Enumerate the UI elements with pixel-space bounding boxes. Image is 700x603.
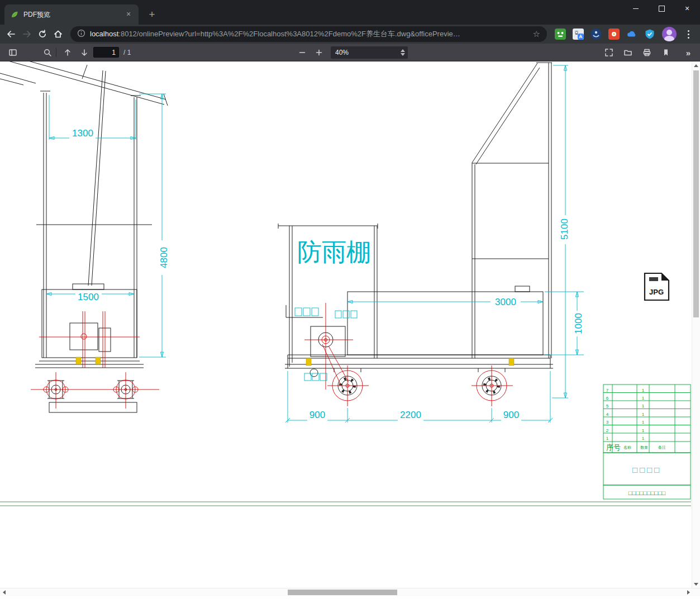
t-row-no: 3 xyxy=(606,420,609,425)
zoom-select[interactable]: 40% xyxy=(331,46,408,59)
jpg-label: JPG xyxy=(649,288,664,296)
print-icon xyxy=(642,48,651,57)
sheet-border-lines xyxy=(0,502,691,506)
page-total-label: / 1 xyxy=(123,44,131,61)
drawing-title-text: □□□□ xyxy=(632,465,661,474)
extension-icon-translate[interactable] xyxy=(573,29,584,40)
print-button[interactable] xyxy=(640,46,654,59)
zoom-in-icon xyxy=(315,48,323,57)
back-icon xyxy=(6,29,16,39)
previous-page-button[interactable] xyxy=(60,46,75,59)
window-minimize-button[interactable] xyxy=(623,0,649,17)
minimize-icon xyxy=(633,8,639,9)
tab-title: PDF预览 xyxy=(23,10,120,20)
t-row-no: 5 xyxy=(606,403,609,409)
zoom-in-button[interactable] xyxy=(312,46,326,59)
bookmark-icon xyxy=(661,48,670,57)
presentation-mode-button[interactable] xyxy=(602,46,616,59)
zoom-out-button[interactable] xyxy=(295,46,309,59)
extension-icon-navy-circle[interactable] xyxy=(591,29,602,40)
window-maximize-button[interactable] xyxy=(649,0,674,17)
dim-left-height: 4800 xyxy=(159,247,169,268)
zoom-out-icon xyxy=(298,48,307,57)
t-row-qty: 1 xyxy=(642,388,645,393)
extension-icon-cloud[interactable] xyxy=(626,29,637,40)
more-tools-button[interactable]: » xyxy=(681,46,696,59)
avatar-head xyxy=(666,30,672,35)
avatar-body xyxy=(664,36,674,41)
cad-drawing: 1300 4800 1500 xyxy=(0,61,692,603)
dim-left-box-width: 1500 xyxy=(78,292,99,302)
browser-menu-button[interactable] xyxy=(683,26,693,42)
new-tab-button[interactable]: + xyxy=(144,7,160,22)
bookmark-button[interactable] xyxy=(659,46,673,59)
zoom-value: 40% xyxy=(335,49,349,56)
vertical-scrollbar[interactable] xyxy=(692,61,700,588)
title-block-footer-text: □□□□□□□□□□ xyxy=(628,490,666,496)
back-button[interactable] xyxy=(3,26,19,42)
browser-navbar: localhost:8012/onlinePreview?url=http%3A… xyxy=(0,25,700,44)
menu-dot xyxy=(688,34,689,35)
scroll-left-arrow[interactable] xyxy=(0,588,8,596)
forward-icon xyxy=(22,29,32,39)
dim-body-width: 3000 xyxy=(495,297,516,307)
menu-dot xyxy=(688,30,689,32)
search-icon xyxy=(43,48,52,57)
t-row-no: 1 xyxy=(606,436,609,441)
reload-button[interactable] xyxy=(35,26,50,42)
cad-left-view: 1300 4800 1500 xyxy=(0,61,169,412)
t-row-qty: 1 xyxy=(642,420,645,425)
url-omnibox[interactable]: localhost:8012/onlinePreview?url=http%3A… xyxy=(70,26,547,42)
vertical-scrollbar-thumb[interactable] xyxy=(693,70,699,317)
cad-title-block: 7 6 5 4 3 2 1 1 1 1 1 1 1 1 序号 名称 数量 备注 … xyxy=(603,384,691,499)
t-row-qty: 1 xyxy=(642,403,645,409)
horizontal-scrollbar-thumb[interactable] xyxy=(288,590,397,595)
extension-icon-red-square[interactable] xyxy=(608,29,620,40)
shelter-label: 防雨棚 xyxy=(297,238,371,265)
extension-icon-shield[interactable] xyxy=(644,29,655,40)
extensions-bar xyxy=(551,26,697,42)
scroll-up-arrow[interactable] xyxy=(692,61,700,69)
window-close-button[interactable]: × xyxy=(674,0,700,17)
horizontal-scrollbar[interactable] xyxy=(0,588,700,596)
extension-icon-green-monkey[interactable] xyxy=(555,29,566,40)
tab-favicon-leaf-icon xyxy=(10,10,19,19)
scroll-right-arrow[interactable] xyxy=(684,588,692,596)
zoom-select-arrows-icon xyxy=(401,49,405,56)
scroll-down-arrow[interactable] xyxy=(692,580,700,588)
page-up-icon xyxy=(63,48,72,57)
home-button[interactable] xyxy=(50,26,66,42)
site-info-icon[interactable] xyxy=(77,29,85,40)
tab-close-icon[interactable]: × xyxy=(124,10,133,19)
toolbar-separator xyxy=(56,48,56,57)
profile-avatar[interactable] xyxy=(662,27,677,41)
find-button[interactable] xyxy=(40,46,55,59)
jpg-file-icon: JPG xyxy=(645,273,669,300)
t-row-qty: 1 xyxy=(642,412,645,417)
page-down-icon xyxy=(80,48,89,57)
t-header-note: 备注 xyxy=(658,445,666,450)
bookmark-star-icon[interactable]: ☆ xyxy=(533,29,540,39)
home-icon xyxy=(53,29,63,39)
browser-tab[interactable]: PDF预览 × xyxy=(4,4,139,25)
forward-button[interactable] xyxy=(19,26,35,42)
url-text: localhost:8012/onlinePreview?url=http%3A… xyxy=(90,29,528,39)
t-header-no: 序号 xyxy=(606,443,621,452)
dim-body-height: 1000 xyxy=(573,313,584,334)
open-file-button[interactable] xyxy=(621,46,635,59)
t-row-qty: 1 xyxy=(642,428,645,433)
url-rest: :8012/onlinePreview?url=http%3A%2F%2Floc… xyxy=(118,30,460,38)
t-header-qty: 数量 xyxy=(640,445,648,449)
window-controls: × xyxy=(623,0,700,17)
open-file-icon xyxy=(623,48,632,57)
cad-right-view: 防雨棚 5100 3000 1000 900 2200 900 xyxy=(278,63,584,422)
dim-right-height: 5100 xyxy=(559,219,570,240)
pdf-toolbar: / 1 40% » xyxy=(0,44,700,61)
browser-titlebar: PDF预览 × + × xyxy=(0,0,700,25)
next-page-button[interactable] xyxy=(77,46,92,59)
page-number-input[interactable] xyxy=(93,47,119,58)
sidebar-toggle-button[interactable] xyxy=(6,46,20,59)
url-host: localhost xyxy=(90,30,118,38)
dim-bottom-left: 900 xyxy=(309,410,325,420)
menu-dot xyxy=(688,37,689,39)
